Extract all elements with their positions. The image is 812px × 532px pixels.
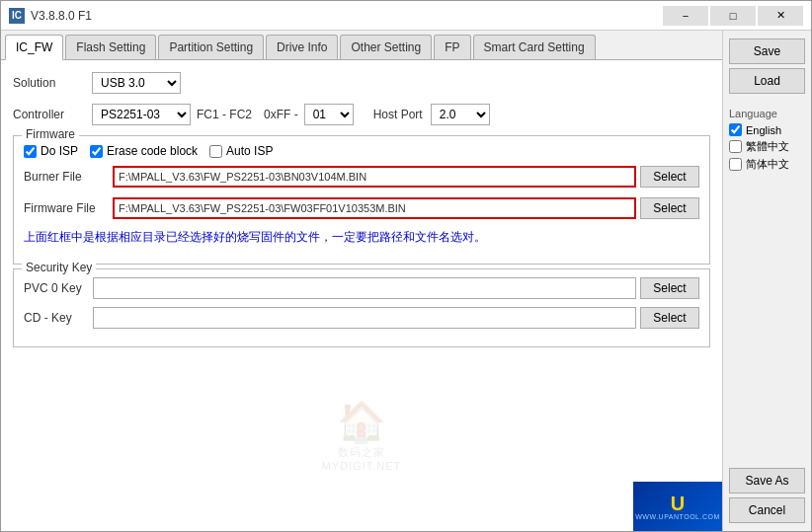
pvc0-select-button[interactable]: Select: [640, 277, 699, 299]
window-controls: − □ ✕: [663, 6, 803, 26]
close-button[interactable]: ✕: [758, 6, 803, 26]
tab-fp[interactable]: FP: [434, 35, 470, 59]
language-section: Language English 繁體中文 简体中文: [729, 108, 805, 175]
watermark-icon: 🏠: [263, 399, 460, 445]
firmware-checkbox-row: Do ISP Erase code block Auto ISP: [24, 144, 699, 158]
tab-partition-setting[interactable]: Partition Setting: [158, 35, 264, 59]
firmware-select-button[interactable]: Select: [640, 197, 699, 219]
english-label: English: [746, 124, 781, 136]
erase-code-block-label: Erase code block: [107, 144, 198, 158]
simp-chinese-label: 简体中文: [746, 157, 789, 172]
erase-code-block-input[interactable]: [90, 145, 103, 158]
burner-file-row: Burner File Select: [24, 166, 699, 188]
ic-fw-panel: Solution USB 3.0 Controller PS2251-03 FC…: [1, 60, 722, 359]
firmware-file-label: Firmware File: [24, 201, 113, 215]
tab-smart-card-setting[interactable]: Smart Card Setting: [473, 35, 596, 59]
load-button[interactable]: Load: [729, 68, 805, 94]
english-input[interactable]: [729, 123, 742, 136]
auto-isp-input[interactable]: [209, 145, 222, 158]
firmware-group-title: Firmware: [22, 127, 79, 141]
simp-chinese-input[interactable]: [729, 158, 742, 171]
auto-isp-label: Auto ISP: [226, 144, 273, 158]
tab-ic-fw[interactable]: IC_FW: [5, 35, 63, 60]
cd-label: CD - Key: [24, 311, 93, 325]
language-title: Language: [729, 108, 805, 119]
save-as-button[interactable]: Save As: [729, 468, 805, 494]
burner-file-label: Burner File: [24, 170, 113, 184]
u-logo-main: U: [671, 494, 685, 513]
trad-chinese-input[interactable]: [729, 140, 742, 153]
content-area: IC_FW Flash Setting Partition Setting Dr…: [1, 31, 811, 531]
title-bar: IC V3.8.8.0 F1 − □ ✕: [1, 1, 811, 31]
host-port-label: Host Port: [373, 108, 423, 121]
erase-code-block-checkbox[interactable]: Erase code block: [90, 144, 198, 158]
firmware-info-text: 上面红框中是根据相应目录已经选择好的烧写固件的文件，一定要把路径和文件名选对。: [24, 229, 699, 246]
host-port-select[interactable]: 2.0: [431, 104, 490, 125]
pvc0-label: PVC 0 Key: [24, 281, 93, 295]
burner-file-input[interactable]: [113, 166, 636, 188]
maximize-button[interactable]: □: [710, 6, 756, 26]
cd-input[interactable]: [93, 307, 636, 329]
main-window: IC V3.8.8.0 F1 − □ ✕ IC_FW Flash Setting…: [0, 0, 812, 532]
solution-row: Solution USB 3.0: [13, 72, 710, 94]
pvc0-key-row: PVC 0 Key Select: [24, 277, 699, 299]
tab-bar: IC_FW Flash Setting Partition Setting Dr…: [1, 31, 722, 60]
controller-select[interactable]: PS2251-03: [92, 104, 191, 125]
fc-value1: 0xFF -: [264, 108, 298, 121]
tab-flash-setting[interactable]: Flash Setting: [65, 35, 156, 59]
app-icon: IC: [9, 8, 25, 24]
save-button[interactable]: Save: [729, 38, 805, 64]
window-title: V3.8.8.0 F1: [31, 9, 663, 23]
burner-select-button[interactable]: Select: [640, 166, 699, 188]
firmware-file-row: Firmware File Select: [24, 197, 699, 219]
security-group: Security Key PVC 0 Key Select CD - Key S…: [13, 268, 710, 347]
controller-label: Controller: [13, 108, 92, 121]
english-checkbox[interactable]: English: [729, 123, 805, 136]
do-isp-input[interactable]: [24, 145, 37, 158]
fc-value2-select[interactable]: 01: [304, 104, 354, 125]
u-logo: U WWW.UPANTOOL.COM: [633, 482, 722, 531]
auto-isp-checkbox[interactable]: Auto ISP: [209, 144, 273, 158]
controller-row: Controller PS2251-03 FC1 - FC2 0xFF - 01…: [13, 104, 710, 125]
tab-other-setting[interactable]: Other Setting: [340, 35, 432, 59]
trad-chinese-checkbox[interactable]: 繁體中文: [729, 139, 805, 154]
minimize-button[interactable]: −: [663, 6, 708, 26]
firmware-file-input[interactable]: [113, 197, 636, 219]
solution-select[interactable]: USB 3.0: [92, 72, 181, 94]
security-group-title: Security Key: [22, 261, 96, 274]
tab-drive-info[interactable]: Drive Info: [266, 35, 338, 59]
watermark: 🏠 数码之家 MYDIGIT.NET: [263, 399, 460, 472]
firmware-group: Firmware Do ISP Erase code block: [13, 135, 710, 265]
cd-select-button[interactable]: Select: [640, 307, 699, 329]
u-logo-sub: WWW.UPANTOOL.COM: [635, 513, 720, 520]
cd-key-row: CD - Key Select: [24, 307, 699, 329]
panel-wrapper: Solution USB 3.0 Controller PS2251-03 FC…: [1, 60, 722, 531]
do-isp-label: Do ISP: [41, 144, 78, 158]
trad-chinese-label: 繁體中文: [746, 139, 789, 154]
watermark-line2: MYDIGIT.NET: [263, 460, 460, 472]
watermark-line1: 数码之家: [263, 445, 460, 460]
simp-chinese-checkbox[interactable]: 简体中文: [729, 157, 805, 172]
do-isp-checkbox[interactable]: Do ISP: [24, 144, 78, 158]
main-content: IC_FW Flash Setting Partition Setting Dr…: [1, 31, 722, 531]
sidebar: Save Load Language English 繁體中文 简体中文 Sav: [722, 31, 811, 531]
solution-label: Solution: [13, 76, 92, 90]
fc1-fc2-label: FC1 - FC2: [197, 108, 252, 121]
cancel-button[interactable]: Cancel: [729, 497, 805, 523]
pvc0-input[interactable]: [93, 277, 636, 299]
